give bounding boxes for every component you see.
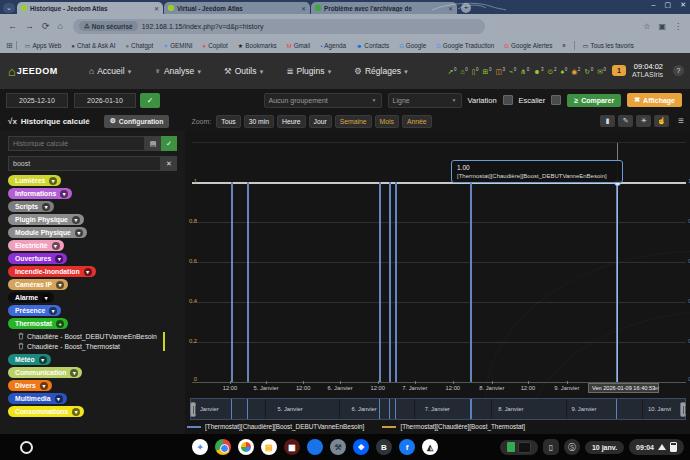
bookmark-item[interactable]: ●Chatgpt [125,42,153,49]
category-pill-module-physique[interactable]: Module Physique▾ [8,227,87,238]
minimize-icon[interactable]: – [652,1,656,9]
data-spike[interactable] [247,182,249,382]
close-icon[interactable]: ✕ [680,1,686,9]
browser-tab[interactable]: Virtual - Jeedom Atlas✕ [164,2,310,14]
apply-dates-button[interactable]: ✓ [140,93,160,108]
variation-checkbox[interactable] [503,95,513,105]
forward-icon[interactable]: → [25,21,34,31]
browser-menu-icon[interactable]: ⋮ [674,22,682,31]
bulb-icon[interactable]: ⌁0 [509,66,516,76]
apps-grid-icon[interactable]: ⊞ [6,41,13,50]
shelf-clock-tray[interactable]: 09:04 [629,439,684,455]
chrome-app-icon[interactable] [215,439,231,455]
blue-app-icon[interactable] [307,439,323,455]
history-chart[interactable]: 110.80.80.60.60.40.40.20.200 12:005. Jan… [185,131,690,434]
history-item[interactable]: Chaudière - Boost_Thermostat [18,342,179,351]
zoom-button-semaine[interactable]: Semaine [335,115,372,128]
history-item[interactable]: Chaudière - Boost_DEBUTVanneEnBesoin [18,332,179,341]
mobile-icon[interactable]: ▯0 [472,66,479,76]
category-pill-communication[interactable]: Communication▾ [8,367,82,378]
trash-icon[interactable] [18,332,24,341]
bookmark-item[interactable]: ▭Apps Web [25,42,62,49]
eye-icon[interactable]: ◉2 [571,66,580,76]
bookmark-item[interactable]: ▪Agenda [320,42,346,49]
bookmark-star-icon[interactable]: ☆ [643,22,650,31]
home-icon[interactable]: ⌂ [58,21,63,31]
confirm-button[interactable]: ✓ [161,136,177,151]
security-chip[interactable]: ⚠Non sécurisé [79,21,138,31]
zoom-button-tous[interactable]: Tous [216,115,240,128]
legend-item[interactable]: [Thermostat][Chaudière][Boost_Thermostat… [382,423,525,430]
restore-icon[interactable]: ▢ [665,1,672,9]
bookmark-item[interactable]: GGoogle [399,42,426,49]
category-pill-electricit-[interactable]: Electricité▾ [8,240,64,251]
navigator-right-handle[interactable] [680,402,686,417]
filter-input[interactable] [8,156,161,171]
grid-icon[interactable]: ⊞0 [483,66,492,76]
alert-badge[interactable]: 1 [612,65,626,76]
history-search-input[interactable] [8,136,145,151]
end-date-input[interactable] [74,93,136,108]
lock-icon[interactable]: ⊙2 [548,66,557,76]
category-pill-multimedia[interactable]: Multimedia▾ [8,393,67,404]
category-pill-informations[interactable]: Informations▾ [8,188,72,199]
list-select-button[interactable]: ▤ [145,136,161,151]
data-spike[interactable] [470,182,472,382]
bookmark-item[interactable]: ●Copilot [203,42,228,49]
pencil-button[interactable]: ✎ [618,115,633,127]
tab-close-icon[interactable]: ✕ [301,5,306,12]
menu-item-outils[interactable]: ⚒Outils▼ [224,66,264,76]
bookmarks-overflow-icon[interactable]: » [562,42,566,49]
bookmark-item[interactable]: GGoogle Alertes [504,42,552,49]
photos-app-icon[interactable] [238,439,254,455]
home-icon[interactable]: ⌂0 [460,66,467,76]
screen-capture-pill[interactable] [500,440,538,455]
data-spike[interactable] [231,182,233,382]
bookmark-item[interactable]: MGmail [287,42,310,49]
category-pill-scripts[interactable]: Scripts▾ [8,201,54,212]
zoom-button-heure[interactable]: Heure [277,115,306,128]
gemini-app-icon[interactable]: ✦ [192,439,208,455]
category-pill-plugin-physique[interactable]: Plugin Physique▾ [8,214,84,225]
line-type-select[interactable]: Ligne▼ [388,93,462,108]
category-pill-lumi-res[interactable]: Lumières▾ [8,175,61,186]
address-bar[interactable]: ⚠Non sécurisé 192.168.1.15/index.php?v=d… [73,19,485,34]
zoom-button-année[interactable]: Année [402,115,432,128]
category-pill-ouvertures[interactable]: Ouvertures▾ [8,253,67,264]
bookmark-item[interactable]: ✦GEMINI [163,42,192,49]
navigator-left-handle[interactable] [190,402,196,417]
red-app-icon[interactable]: ▦ [284,439,300,455]
tools-app-icon[interactable]: ⚒ [330,439,346,455]
category-pill-incendie-inondation[interactable]: Incendie-Inondation▾ [8,266,96,277]
start-date-input[interactable] [6,93,68,108]
tree-icon[interactable]: ♠0 [560,66,567,76]
hand-button[interactable]: ☝ [654,115,669,127]
zoom-button-30-min[interactable]: 30 min [244,115,274,128]
category-pill-m-t-o[interactable]: Météo▾ [8,354,51,365]
tab-search-icon[interactable]: ⌄ [3,3,15,13]
shelf-date[interactable]: 10 janv. [585,441,624,454]
bookmark-item[interactable]: GGoogle Traduction [436,42,494,49]
grouping-select[interactable]: Aucun groupement▼ [264,93,382,108]
compare-button[interactable]: ≥Comparer [567,94,621,107]
escalier-checkbox[interactable] [551,95,561,105]
back-icon[interactable]: ← [8,21,17,31]
jeedom-logo[interactable]: ⌂ JEEDOM [8,64,78,79]
menu-item-plugins[interactable]: ≣Plugins▼ [286,66,332,76]
menu-item-réglages[interactable]: ⚙Réglages▼ [354,66,409,76]
dropbox-app-icon[interactable]: ❖ [353,439,369,455]
door-icon[interactable]: ◫3 [495,66,505,76]
menu-item-accueil[interactable]: ⌂Accueil▼ [89,66,133,76]
data-spike[interactable] [395,182,397,382]
reload-icon[interactable]: ⟳ [42,21,50,31]
zoom-button-mois[interactable]: Mois [375,115,399,128]
extensions-icon[interactable]: ▣ [658,22,666,31]
bookmark-item[interactable]: ☻Contacts [356,42,389,49]
sync-icon[interactable]: ↻0 [584,66,593,76]
category-pill-alarme[interactable]: Alarme▾ [8,292,54,303]
keep-app-icon[interactable]: ▤ [261,439,277,455]
sun-button[interactable]: ☀ [636,115,651,127]
atlas-app-icon[interactable]: ◭ [422,439,438,455]
plug-icon[interactable]: ⋔0 [520,66,529,76]
zoom-button-jour[interactable]: Jour [309,115,332,128]
